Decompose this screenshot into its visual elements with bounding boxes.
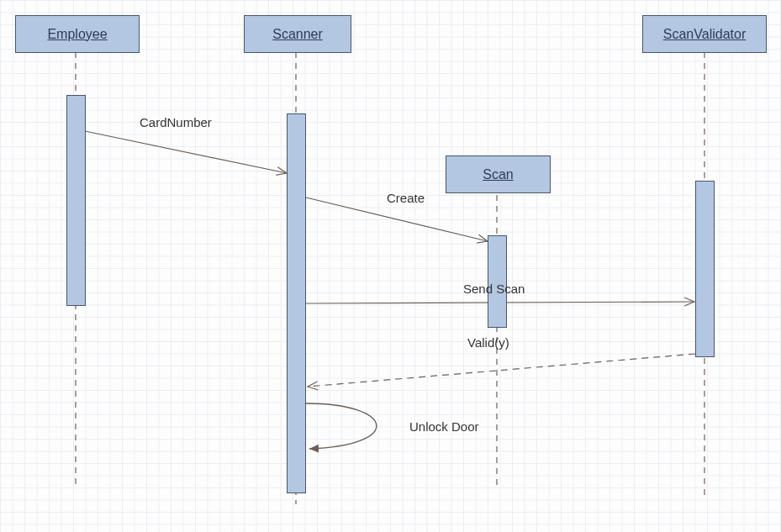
- activation-employee: [66, 95, 86, 306]
- participant-scan-label: Scan: [483, 167, 513, 182]
- label-unlockdoor: Unlock Door: [409, 419, 479, 434]
- participant-scanvalidator: ScanValidator: [642, 15, 767, 53]
- label-cardnumber: CardNumber: [140, 115, 212, 129]
- activation-scanvalidator: [695, 181, 715, 357]
- participant-employee-label: Employee: [47, 27, 107, 42]
- sequence-diagram-canvas: [0, 0, 781, 532]
- label-valid: Valid(y): [467, 335, 509, 350]
- participant-employee: Employee: [15, 15, 140, 53]
- label-sendscan: Send Scan: [463, 282, 525, 296]
- activation-scanner: [287, 113, 306, 493]
- participant-scan: Scan: [446, 155, 551, 193]
- message-cardnumber: [85, 131, 287, 173]
- message-unlockdoor: [306, 403, 377, 449]
- participant-scanvalidator-label: ScanValidator: [663, 27, 746, 42]
- participant-scanner-label: Scanner: [272, 27, 323, 42]
- label-create: Create: [387, 191, 425, 205]
- message-valid-return: [308, 354, 695, 387]
- participant-scanner: Scanner: [244, 15, 351, 53]
